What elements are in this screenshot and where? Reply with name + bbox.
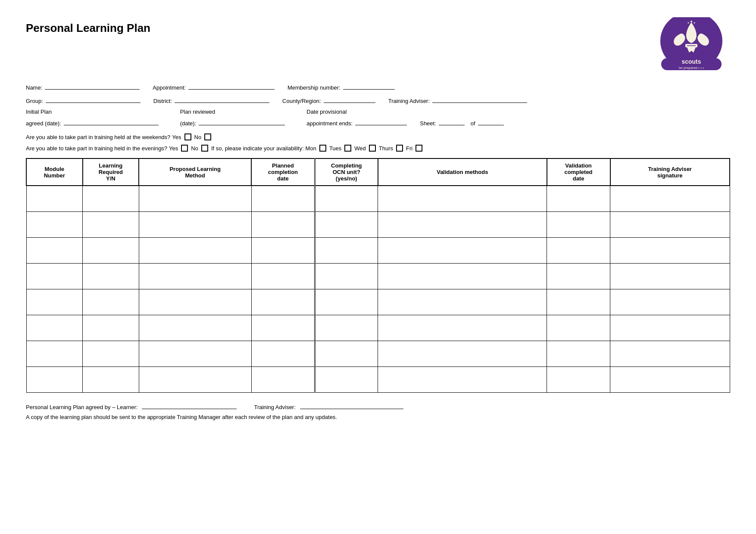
- day-thurs-checkbox[interactable]: [396, 145, 403, 152]
- table-cell-row2-col3[interactable]: [251, 237, 315, 263]
- table-cell-row1-col0[interactable]: [26, 211, 83, 237]
- question-2-yes-label: Yes: [169, 145, 178, 152]
- table-cell-row1-col3[interactable]: [251, 211, 315, 237]
- table-cell-row3-col4[interactable]: [315, 263, 378, 289]
- footer-row-1: Personal Learning Plan agreed by – Learn…: [26, 401, 730, 410]
- table-cell-row5-col1[interactable]: [83, 315, 139, 341]
- day-wed-checkbox[interactable]: [369, 145, 376, 152]
- of-input[interactable]: [478, 118, 504, 125]
- question-2-if-text: If so, please indicate your availability…: [211, 145, 304, 152]
- adviser-signature-input[interactable]: [300, 401, 403, 409]
- table-cell-row6-col2[interactable]: [139, 341, 251, 366]
- table-cell-row1-col4[interactable]: [315, 211, 378, 237]
- table-cell-row3-col1[interactable]: [83, 263, 139, 289]
- membership-input[interactable]: [343, 82, 395, 90]
- group-input[interactable]: [46, 95, 141, 103]
- district-input[interactable]: [175, 95, 269, 103]
- table-cell-row2-col5[interactable]: [378, 237, 547, 263]
- table-cell-row2-col2[interactable]: [139, 237, 251, 263]
- table-cell-row3-col3[interactable]: [251, 263, 315, 289]
- agreed-date-input[interactable]: [64, 118, 159, 125]
- day-mon-checkbox[interactable]: [319, 145, 326, 152]
- initial-plan-label: Initial Plan: [26, 109, 52, 115]
- table-cell-row7-col2[interactable]: [139, 366, 251, 392]
- table-cell-row1-col1[interactable]: [83, 211, 139, 237]
- table-cell-row4-col3[interactable]: [251, 289, 315, 315]
- table-cell-row0-col6[interactable]: [547, 186, 610, 211]
- county-input[interactable]: [324, 95, 375, 103]
- table-cell-row4-col6[interactable]: [547, 289, 610, 315]
- day-mon-label: Mon: [306, 145, 316, 152]
- footer-note: A copy of the learning plan should be se…: [26, 414, 337, 420]
- table-cell-row4-col4[interactable]: [315, 289, 378, 315]
- table-cell-row6-col0[interactable]: [26, 341, 83, 366]
- table-cell-row5-col5[interactable]: [378, 315, 547, 341]
- table-cell-row1-col6[interactable]: [547, 211, 610, 237]
- question-1-yes-checkbox[interactable]: [184, 134, 191, 140]
- training-adviser-input[interactable]: [432, 95, 527, 103]
- question-1-row: Are you able to take part in training he…: [26, 134, 730, 140]
- learner-signature-input[interactable]: [142, 401, 237, 409]
- table-cell-row6-col4[interactable]: [315, 341, 378, 366]
- table-cell-row1-col5[interactable]: [378, 211, 547, 237]
- table-cell-row7-col6[interactable]: [547, 366, 610, 392]
- table-cell-row3-col6[interactable]: [547, 263, 610, 289]
- table-cell-row5-col2[interactable]: [139, 315, 251, 341]
- table-cell-row7-col1[interactable]: [83, 366, 139, 392]
- table-cell-row7-col0[interactable]: [26, 366, 83, 392]
- plan-reviewed-input[interactable]: [199, 118, 285, 125]
- table-cell-row2-col0[interactable]: [26, 237, 83, 263]
- table-cell-row6-col5[interactable]: [378, 341, 547, 366]
- county-label: County/Region:: [282, 98, 321, 104]
- table-cell-row4-col1[interactable]: [83, 289, 139, 315]
- table-cell-row0-col7[interactable]: [610, 186, 730, 211]
- name-input[interactable]: [45, 82, 140, 90]
- table-cell-row6-col3[interactable]: [251, 341, 315, 366]
- table-cell-row5-col7[interactable]: [610, 315, 730, 341]
- table-cell-row7-col4[interactable]: [315, 366, 378, 392]
- question-2-yes-checkbox[interactable]: [181, 145, 188, 152]
- question-1-no-checkbox[interactable]: [204, 134, 211, 140]
- table-cell-row3-col0[interactable]: [26, 263, 83, 289]
- table-cell-row4-col7[interactable]: [610, 289, 730, 315]
- table-cell-row2-col4[interactable]: [315, 237, 378, 263]
- table-cell-row5-col0[interactable]: [26, 315, 83, 341]
- table-cell-row6-col6[interactable]: [547, 341, 610, 366]
- table-cell-row1-col7[interactable]: [610, 211, 730, 237]
- table-cell-row6-col7[interactable]: [610, 341, 730, 366]
- table-cell-row7-col5[interactable]: [378, 366, 547, 392]
- day-fri-checkbox[interactable]: [415, 145, 422, 152]
- table-cell-row7-col3[interactable]: [251, 366, 315, 392]
- table-cell-row3-col5[interactable]: [378, 263, 547, 289]
- page-header: Personal Learning Plan: [26, 17, 730, 73]
- table-cell-row0-col1[interactable]: [83, 186, 139, 211]
- table-cell-row4-col2[interactable]: [139, 289, 251, 315]
- question-2-no-checkbox[interactable]: [201, 145, 208, 152]
- table-cell-row2-col6[interactable]: [547, 237, 610, 263]
- table-cell-row7-col7[interactable]: [610, 366, 730, 392]
- table-cell-row0-col2[interactable]: [139, 186, 251, 211]
- appointment-ends-input[interactable]: [355, 118, 407, 125]
- main-table: ModuleNumber LearningRequiredY/N Propose…: [26, 158, 730, 393]
- col-validation-completed: Validationcompleteddate: [547, 158, 610, 186]
- day-tues-checkbox[interactable]: [344, 145, 351, 152]
- table-cell-row0-col5[interactable]: [378, 186, 547, 211]
- table-cell-row6-col1[interactable]: [83, 341, 139, 366]
- agreed-date-label: agreed (date):: [26, 120, 61, 127]
- table-cell-row5-col3[interactable]: [251, 315, 315, 341]
- table-cell-row5-col4[interactable]: [315, 315, 378, 341]
- appointment-input[interactable]: [188, 82, 275, 90]
- table-cell-row2-col7[interactable]: [610, 237, 730, 263]
- table-cell-row2-col1[interactable]: [83, 237, 139, 263]
- table-cell-row0-col0[interactable]: [26, 186, 83, 211]
- table-cell-row3-col7[interactable]: [610, 263, 730, 289]
- day-thurs-label: Thurs: [379, 145, 393, 152]
- table-cell-row0-col4[interactable]: [315, 186, 378, 211]
- table-cell-row0-col3[interactable]: [251, 186, 315, 211]
- table-cell-row4-col5[interactable]: [378, 289, 547, 315]
- table-cell-row1-col2[interactable]: [139, 211, 251, 237]
- sheet-input[interactable]: [439, 118, 465, 125]
- table-cell-row4-col0[interactable]: [26, 289, 83, 315]
- table-cell-row3-col2[interactable]: [139, 263, 251, 289]
- table-cell-row5-col6[interactable]: [547, 315, 610, 341]
